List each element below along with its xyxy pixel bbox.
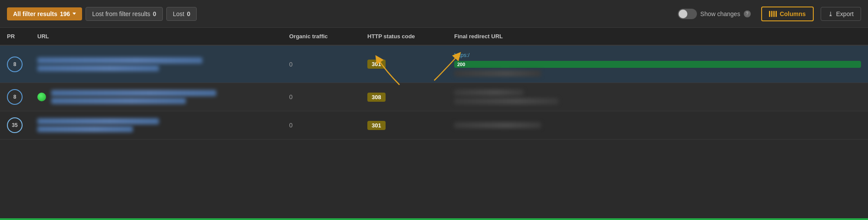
columns-label: Columns [780, 10, 806, 17]
url-blur-line [37, 126, 133, 132]
top-bar: All filter results 196 Lost from filter … [0, 0, 868, 28]
redirect-url-cell [447, 83, 868, 111]
col-header-http: HTTP status code [360, 28, 447, 45]
redirect-link[interactable]: https:/ [454, 52, 861, 58]
status-badge-301: 301 [367, 60, 386, 69]
bottom-bar [0, 218, 868, 220]
pr-cell: 35 [0, 111, 30, 140]
col-header-organic: Organic traffic [282, 28, 360, 45]
export-label: Export [836, 10, 854, 17]
columns-button[interactable]: Columns [761, 7, 814, 21]
pr-cell: 8 [0, 45, 30, 83]
http-status-cell: 301 [360, 45, 447, 83]
redirect-blur [454, 90, 524, 96]
all-filter-results-button[interactable]: All filter results 196 [7, 7, 82, 20]
redirect-url-cell: https:/ 200 [447, 45, 868, 83]
url-lines [37, 57, 275, 71]
http-status-cell: 308 [360, 83, 447, 111]
redirect-url-cell [447, 111, 868, 140]
table-header-row: PR URL Organic traffic HTTP status code … [0, 28, 868, 45]
lost-count: 0 [187, 10, 190, 17]
green-dot-icon [37, 93, 46, 101]
lost-button[interactable]: Lost 0 [166, 7, 197, 21]
col-header-redirect: Final redirect URL [447, 28, 868, 45]
show-changes-area: Show changes ? [678, 9, 751, 19]
pr-cell: 8 [0, 83, 30, 111]
lost-from-filter-count: 0 [153, 10, 156, 17]
url-cell [30, 45, 282, 83]
redirect-blur [454, 98, 558, 104]
col-header-pr: PR [0, 28, 30, 45]
status-badge-301: 301 [367, 121, 386, 130]
table-wrapper: PR URL Organic traffic HTTP status code … [0, 28, 868, 140]
url-cell [30, 83, 282, 111]
table-row: 8 0 301 [0, 45, 868, 83]
url-cell [30, 111, 282, 140]
organic-traffic-cell: 0 [282, 45, 360, 83]
redirect-blur [454, 70, 541, 77]
col-header-url: URL [30, 28, 282, 45]
filter-primary-count: 196 [60, 10, 70, 17]
export-icon: ⤓ [828, 10, 833, 17]
pr-circle: 8 [7, 89, 23, 105]
organic-traffic-cell: 0 [282, 83, 360, 111]
http-status-cell: 301 [360, 111, 447, 140]
organic-traffic-cell: 0 [282, 111, 360, 140]
url-blur-line [51, 98, 186, 104]
lost-from-filter-label: Lost from filter results [92, 10, 150, 17]
status-badge-200: 200 [454, 61, 861, 68]
pr-circle: 8 [7, 57, 23, 72]
chevron-down-icon [73, 13, 76, 15]
main-table: PR URL Organic traffic HTTP status code … [0, 28, 868, 140]
url-blur-line [37, 118, 159, 124]
pr-circle: 35 [7, 117, 23, 133]
url-blur-line [51, 90, 216, 96]
show-changes-label: Show changes [700, 10, 740, 17]
export-button[interactable]: ⤓ Export [821, 7, 861, 21]
show-changes-toggle[interactable] [678, 9, 697, 19]
filter-primary-label: All filter results [13, 10, 57, 17]
table-row: 35 0 301 [0, 111, 868, 140]
redirect-blur [454, 122, 541, 128]
columns-icon [769, 11, 777, 17]
lost-from-filter-button[interactable]: Lost from filter results 0 [86, 7, 163, 21]
table-row: 8 0 308 [0, 83, 868, 111]
help-icon[interactable]: ? [744, 10, 751, 17]
url-blur-line [37, 57, 202, 63]
url-blur-line [37, 65, 159, 71]
lost-label: Lost [173, 10, 184, 17]
status-badge-308: 308 [367, 93, 386, 102]
